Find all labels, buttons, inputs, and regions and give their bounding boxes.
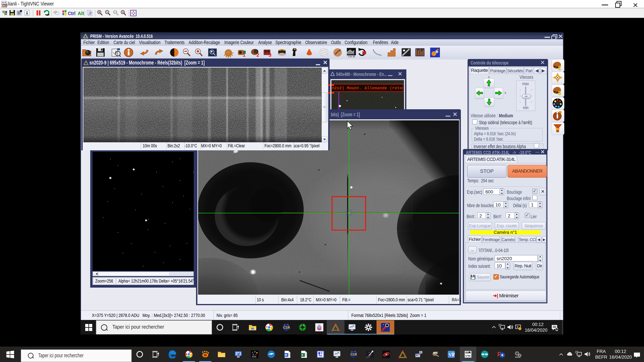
svg-text:CALIB: CALIB [348,55,355,58]
svg-text:VNC: VNC [465,354,472,358]
svg-text:X: X [301,354,304,357]
svg-text:2: 2 [556,328,558,331]
svg-text:V℣: V℣ [448,352,455,357]
svg-text:W: W [284,354,287,357]
svg-text:1: 1 [556,98,559,102]
svg-text:2: 2 [558,65,561,71]
svg-text:1: 1 [243,52,246,58]
svg-text:ISIS: ISIS [252,355,256,358]
svg-text:2: 2 [303,324,304,326]
svg-text:3: 3 [269,52,272,58]
svg-text:A: A [122,11,124,13]
svg-text:2: 2 [256,52,259,58]
svg-text:3: 3 [558,90,561,96]
